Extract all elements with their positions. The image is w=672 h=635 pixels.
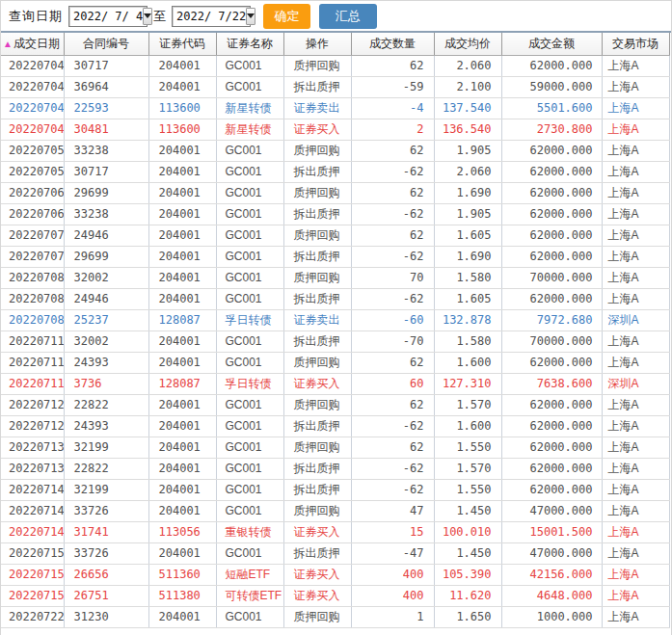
cell-name: GC001 [216,76,283,97]
table-row[interactable]: 2022070422593113600新星转债证券卖出-4137.5405501… [1,97,669,119]
column-header-avg-price[interactable]: 成交均价 [434,33,501,55]
cell-contract: 3736 [64,373,148,394]
column-header-amount[interactable]: 成交金额 [501,33,602,55]
cell-op: 拆出质押 [283,246,351,267]
table-row[interactable]: 2022070832002204001GC001质押回购701.58070000… [1,267,669,288]
table-row[interactable]: 2022070824946204001GC001拆出质押-621.6056200… [1,288,669,309]
table-row[interactable]: 2022070729699204001GC001拆出质押-621.6906200… [1,246,669,267]
from-date-picker[interactable]: 2022/ 7/ 4 [68,6,148,27]
table-row[interactable]: 2022070724946204001GC001质押回购621.60562000… [1,225,669,246]
table-row[interactable]: 2022070629699204001GC001质押回购621.69062000… [1,182,669,203]
cell-amount: 4648.000 [501,585,602,606]
cell-code: 204001 [148,415,216,437]
column-header-contract[interactable]: 合同编号 [64,33,148,55]
cell-amount: 62000.000 [501,458,602,479]
column-header-date[interactable]: ▲成交日期 [1,33,64,55]
cell-amount: 15001.500 [501,521,602,542]
table-row[interactable]: 2022070825237128087孚日转债证券卖出-60132.878797… [1,309,669,331]
query-date-label: 查询日期 [9,8,63,25]
cell-code: 511380 [148,585,216,606]
table-row[interactable]: 2022071322822204001GC001拆出质押-621.5706200… [1,458,669,479]
table-row[interactable]: 2022070430481113600新星转债证券买入2136.5402730.… [1,119,669,140]
cell-contract: 30481 [64,119,148,140]
table-row[interactable]: 2022071533726204001GC001拆出质押-471.4504700… [1,542,669,564]
cell-op: 质押回购 [283,394,351,415]
cell-price: 1.570 [434,394,501,415]
table-row[interactable]: 2022071526751511380可转债ETF证券买入40011.62046… [1,585,669,606]
table-row[interactable]: 2022071526656511360短融ETF证券买入400105.39042… [1,564,669,585]
table-row[interactable]: 2022071124393204001GC001质押回购621.60062000… [1,352,669,373]
cell-code: 204001 [148,225,216,246]
table-row[interactable]: 2022071433726204001GC001质押回购471.45047000… [1,500,669,521]
cell-op: 质押回购 [283,500,351,521]
cell-name: GC001 [216,437,283,458]
column-header-name[interactable]: 证券名称 [216,33,283,55]
cell-qty: 62 [351,437,434,458]
cell-qty: -59 [351,76,434,97]
cell-qty: -62 [351,203,434,225]
table-row[interactable]: 202207113736128087孚日转债证券买入60127.3107638.… [1,373,669,394]
query-bar: 查询日期 2022/ 7/ 4 至 2022/ 7/22 确定 汇总 [1,1,671,33]
cell-op: 质押回购 [283,140,351,161]
table-row[interactable]: 2022071132002204001GC001拆出质押-701.5807000… [1,331,669,352]
cell-price: 1.690 [434,182,501,203]
cell-name: 新星转债 [216,97,283,119]
cell-name: GC001 [216,458,283,479]
cell-market: 上海A [602,225,669,246]
date-range-to-label: 至 [153,8,166,25]
cell-market: 上海A [602,415,669,437]
cell-name: GC001 [216,203,283,225]
cell-market: 上海A [602,500,669,521]
cell-amount: 62000.000 [501,225,602,246]
table-row[interactable]: 2022071432199204001GC001拆出质押-621.5506200… [1,479,669,500]
cell-price: 2.060 [434,55,501,76]
from-date-dropdown-button[interactable] [143,8,152,25]
column-header-market[interactable]: 交易市场 [602,33,669,55]
table-row[interactable]: 2022071224393204001GC001拆出质押-621.6006200… [1,415,669,437]
cell-name: 短融ETF [216,564,283,585]
trade-history-window: 查询日期 2022/ 7/ 4 至 2022/ 7/22 确定 汇总 ▲成 [0,0,672,635]
cell-name: GC001 [216,140,283,161]
cell-market: 上海A [602,564,669,585]
table-row[interactable]: 2022070633238204001GC001拆出质押-621.9056200… [1,203,669,225]
from-date-value: 2022/ 7/ 4 [69,10,143,23]
table-row[interactable]: 2022071222822204001GC001质押回购621.57062000… [1,394,669,415]
cell-qty: 62 [351,352,434,373]
table-row[interactable]: 2022070436964204001GC001拆出质押-592.1005900… [1,76,669,97]
cell-name: GC001 [216,500,283,521]
cell-contract: 30717 [64,55,148,76]
table-row[interactable]: 2022070530717204001GC001拆出质押-622.0606200… [1,161,669,182]
cell-code: 204001 [148,76,216,97]
table-row[interactable]: 2022070533238204001GC001质押回购621.90562000… [1,140,669,161]
cell-amount: 62000.000 [501,394,602,415]
cell-qty: -60 [351,309,434,331]
table-row[interactable]: 2022070430717204001GC001质押回购622.06062000… [1,55,669,76]
cell-price: 2.060 [434,161,501,182]
confirm-button[interactable]: 确定 [263,4,310,29]
cell-date: 20220714 [1,500,64,521]
cell-code: 204001 [148,437,216,458]
column-header-operation[interactable]: 操作 [283,33,351,55]
to-date-dropdown-button[interactable] [246,8,255,25]
cell-name: 重银转债 [216,521,283,542]
cell-amount: 5501.600 [501,97,602,119]
column-header-code[interactable]: 证券代码 [148,33,216,55]
cell-code: 511360 [148,564,216,585]
to-date-value: 2022/ 7/22 [173,10,246,23]
cell-contract: 32002 [64,331,148,352]
to-date-picker[interactable]: 2022/ 7/22 [172,6,251,27]
table-row[interactable]: 2022071332199204001GC001质押回购621.55062000… [1,437,669,458]
cell-contract: 33238 [64,203,148,225]
cell-date: 20220715 [1,542,64,564]
cell-op: 质押回购 [283,437,351,458]
cell-price: 1.450 [434,542,501,564]
cell-date: 20220711 [1,352,64,373]
cell-code: 204001 [148,331,216,352]
table-row[interactable]: 2022071431741113056重银转债证券买入15100.0101500… [1,521,669,542]
cell-code: 204001 [148,246,216,267]
table-row[interactable]: 2022072231230204001GC001质押回购11.6501000.0… [1,606,669,627]
column-header-quantity[interactable]: 成交数量 [351,33,434,55]
summary-button[interactable]: 汇总 [319,4,377,29]
cell-op: 质押回购 [283,55,351,76]
cell-price: 1.600 [434,352,501,373]
